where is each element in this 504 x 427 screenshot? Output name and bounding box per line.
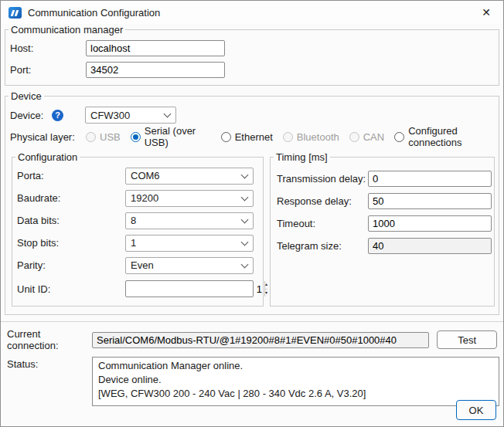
status-box[interactable]: Communication Manager online. Device onl… xyxy=(92,357,499,406)
current-connection-field[interactable] xyxy=(92,332,429,348)
help-icon[interactable]: ? xyxy=(52,110,63,121)
transmission-delay-label: Transmission delay: xyxy=(277,173,368,185)
response-delay-label: Response delay: xyxy=(277,195,368,207)
spin-up-icon[interactable]: ▴ xyxy=(265,281,267,290)
ok-button[interactable]: OK xyxy=(456,400,496,420)
device-select[interactable]: CFW300 xyxy=(85,107,176,124)
radio-serial-circle xyxy=(131,132,141,142)
physical-layer-radios: USB Serial (over USB) Ethernet Bluetooth… xyxy=(86,125,499,148)
porta-select[interactable]: COM6 xyxy=(125,168,254,185)
radio-configured-connections[interactable]: Configured connections xyxy=(394,125,499,148)
data-bits-select[interactable]: 8 xyxy=(125,212,254,229)
configuration-legend: Configuration xyxy=(15,151,80,163)
stop-bits-select[interactable]: 1 xyxy=(125,235,254,252)
timeout-label: Timeout: xyxy=(277,218,368,229)
communication-configuration-dialog: { "window": { "title": "Communication Co… xyxy=(0,0,504,427)
window-title: Communication Configuration xyxy=(28,7,160,19)
unit-id-input[interactable] xyxy=(126,281,264,297)
radio-configured-circle xyxy=(394,132,404,142)
parity-select[interactable]: Even xyxy=(125,257,254,274)
transmission-delay-input[interactable] xyxy=(368,171,492,187)
chevron-down-icon xyxy=(241,171,249,178)
unit-id-label: Unit ID: xyxy=(17,283,125,295)
configuration-group: Configuration Porta: COM6 Baudrate: 1920… xyxy=(12,151,264,307)
close-icon[interactable]: ✕ xyxy=(469,1,503,24)
chevron-down-icon xyxy=(241,193,249,201)
spin-down-icon[interactable]: ▾ xyxy=(265,290,267,297)
device-select-value: CFW300 xyxy=(90,110,130,121)
device-label: Device: xyxy=(10,110,49,121)
physical-layer-label: Physical layer: xyxy=(10,131,86,143)
telegram-size-input[interactable] xyxy=(368,238,492,254)
chevron-down-icon xyxy=(241,260,249,268)
port-label: Port: xyxy=(10,64,86,76)
timeout-input[interactable] xyxy=(368,215,492,232)
radio-usb[interactable]: USB xyxy=(86,131,121,143)
radio-usb-circle xyxy=(86,132,96,142)
radio-bluetooth[interactable]: Bluetooth xyxy=(283,131,339,143)
communication-manager-legend: Communication manager xyxy=(9,24,125,36)
status-line: [WEG, CFW300 200 - 240 Vac | 280 - 340 V… xyxy=(98,387,493,401)
baudrate-label: Baudrate: xyxy=(17,192,125,204)
stop-bits-label: Stop bits: xyxy=(17,237,125,249)
port-input[interactable] xyxy=(86,62,225,78)
communication-manager-group: Communication manager Host: Port: xyxy=(5,24,499,86)
porta-label: Porta: xyxy=(17,170,125,181)
response-delay-input[interactable] xyxy=(368,193,492,209)
chevron-down-icon xyxy=(241,215,249,223)
chevron-down-icon xyxy=(241,238,249,246)
radio-serial-over-usb[interactable]: Serial (over USB) xyxy=(131,125,211,148)
radio-ethernet-circle xyxy=(221,132,231,142)
app-icon xyxy=(9,7,22,19)
parity-label: Parity: xyxy=(17,259,125,271)
unit-id-stepper: ▴ ▾ xyxy=(125,280,254,297)
timing-legend: Timing [ms] xyxy=(274,151,330,163)
test-button[interactable]: Test xyxy=(437,330,497,349)
device-group: Device Device: ? CFW300 Physical layer: … xyxy=(5,90,499,315)
radio-ethernet[interactable]: Ethernet xyxy=(221,131,273,143)
radio-bluetooth-circle xyxy=(283,132,293,142)
host-input[interactable] xyxy=(86,40,225,56)
status-line: Device online. xyxy=(98,373,493,387)
chevron-down-icon xyxy=(164,110,172,118)
status-line: Communication Manager online. xyxy=(98,359,493,373)
host-label: Host: xyxy=(10,42,86,54)
telegram-size-label: Telegram size: xyxy=(277,240,368,252)
data-bits-label: Data bits: xyxy=(17,215,125,226)
device-legend: Device xyxy=(9,90,44,102)
radio-can-circle xyxy=(349,132,359,142)
title-bar: Communication Configuration ✕ xyxy=(1,1,503,24)
status-label: Status: xyxy=(7,357,92,370)
current-connection-label: Current connection: xyxy=(7,328,92,351)
radio-can[interactable]: CAN xyxy=(349,131,384,143)
baudrate-select[interactable]: 19200 xyxy=(125,190,254,207)
timing-group: Timing [ms] Transmission delay: Response… xyxy=(270,151,495,307)
